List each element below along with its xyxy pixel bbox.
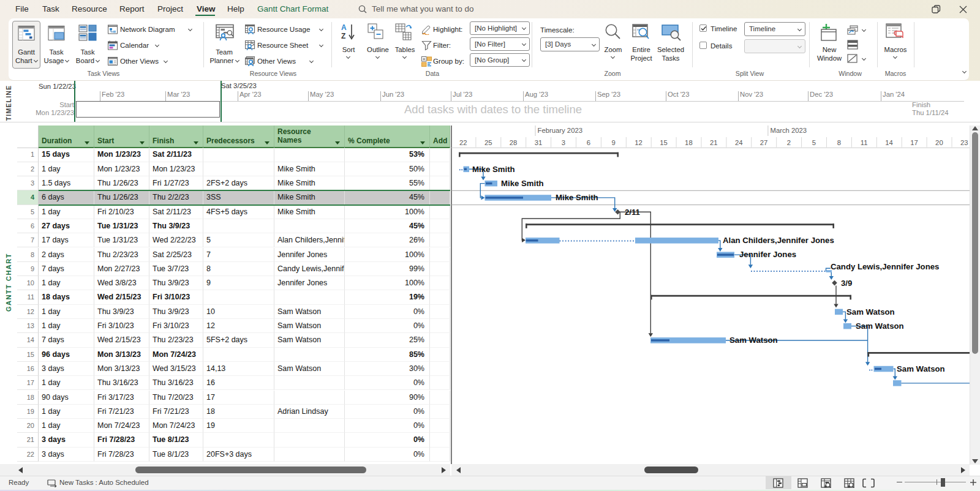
svg-text:18: 18 <box>685 139 693 146</box>
svg-text:31: 31 <box>535 139 543 146</box>
svg-text:Mike Smith: Mike Smith <box>501 179 544 188</box>
svg-text:20: 20 <box>935 139 943 146</box>
svg-text:2: 2 <box>787 139 791 146</box>
svg-text:21: 21 <box>710 139 718 146</box>
svg-text:22: 22 <box>459 139 467 146</box>
svg-text:12: 12 <box>635 139 643 146</box>
svg-text:Z: Z <box>341 32 345 40</box>
svg-text:March 2023: March 2023 <box>771 127 807 134</box>
svg-text:24: 24 <box>735 139 743 146</box>
svg-text:Alan Childers,Jennifer Jones: Alan Childers,Jennifer Jones <box>723 236 834 245</box>
svg-text:Sam Watson: Sam Watson <box>897 364 945 373</box>
svg-text:27: 27 <box>760 139 768 146</box>
svg-text:5: 5 <box>812 139 816 146</box>
svg-text:9: 9 <box>612 139 616 146</box>
svg-text:3: 3 <box>562 139 565 146</box>
svg-text:28: 28 <box>510 139 518 146</box>
svg-text:2/11: 2/11 <box>625 208 640 217</box>
svg-text:15: 15 <box>660 139 668 146</box>
svg-text:Mike Smith: Mike Smith <box>472 165 515 174</box>
svg-text:23: 23 <box>960 139 968 146</box>
svg-text:Jennifer Jones: Jennifer Jones <box>739 250 796 259</box>
svg-text:8: 8 <box>837 139 841 146</box>
svg-text:Candy Lewis,Jennifer Jones: Candy Lewis,Jennifer Jones <box>831 262 939 271</box>
svg-text:6: 6 <box>587 139 590 146</box>
svg-text:Sam Watson: Sam Watson <box>846 307 895 317</box>
svg-text:Sam Watson: Sam Watson <box>729 335 778 345</box>
svg-text:February 2023: February 2023 <box>538 127 582 134</box>
svg-text:17: 17 <box>910 139 918 146</box>
svg-text:Sam Watson: Sam Watson <box>856 321 904 331</box>
svg-text:Mike Smith: Mike Smith <box>556 193 598 202</box>
svg-text:14: 14 <box>885 139 893 146</box>
svg-text:25: 25 <box>484 139 492 146</box>
svg-text:A: A <box>341 23 347 32</box>
svg-text:3/9: 3/9 <box>841 279 852 288</box>
svg-text:11: 11 <box>861 139 868 146</box>
